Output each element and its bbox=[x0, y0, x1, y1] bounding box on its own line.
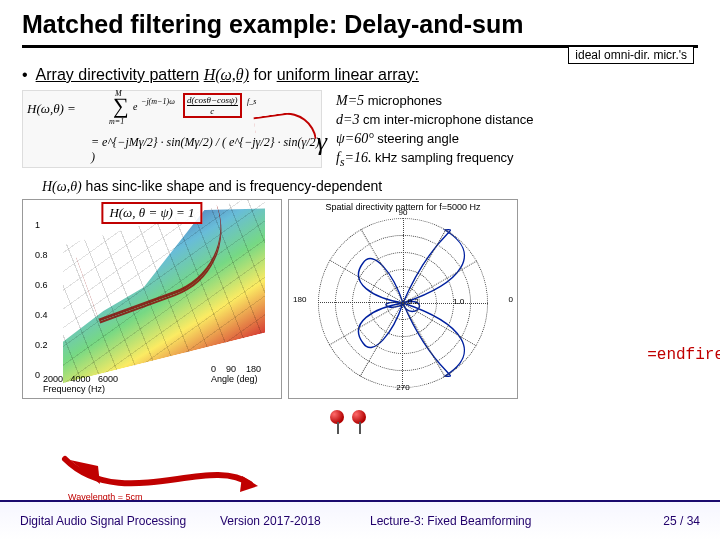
slide-title: Matched filtering example: Delay-and-sum bbox=[0, 0, 720, 43]
param-psi-val: =60° bbox=[345, 131, 374, 146]
param-d-val: =3 bbox=[343, 112, 359, 127]
formula-exp-sup-left: −j(m−1)ω bbox=[141, 97, 175, 106]
formula-exp-frac: d(cosθ−cosψ) c bbox=[183, 93, 242, 118]
ztick-1: 0.8 bbox=[35, 250, 48, 260]
ztick-4: 0.2 bbox=[35, 340, 48, 350]
content-area: • Array directivity pattern H(ω,θ) for u… bbox=[0, 48, 720, 399]
slide-footer: Digital Audio Signal Processing Version … bbox=[0, 500, 720, 540]
subline-b: has sinc-like shape and is frequency-dep… bbox=[82, 178, 382, 194]
formula-box: H(ω,θ) = ∑ M m=1 e −j(m−1)ω d(cosθ−cosψ)… bbox=[22, 90, 322, 168]
xa-1: 90 bbox=[226, 364, 236, 374]
ztick-2: 0.6 bbox=[35, 280, 48, 290]
pushpin-icon bbox=[330, 410, 346, 434]
angle-axis: 0 90 180 Angle (deg) bbox=[211, 364, 261, 384]
formula-fs: f_s bbox=[247, 97, 256, 106]
angle-axis-label: Angle (deg) bbox=[211, 374, 261, 384]
param-fs-desc: kHz sampling frequency bbox=[375, 150, 514, 165]
subline-a: H(ω,θ) bbox=[42, 179, 82, 194]
ztick-3: 0.4 bbox=[35, 310, 48, 320]
xa-2: 180 bbox=[246, 364, 261, 374]
param-M-var: M bbox=[336, 93, 348, 108]
polar-lbl-0: 0 bbox=[509, 295, 513, 304]
pushpin-icons bbox=[330, 410, 368, 434]
bullet-text: Array directivity pattern H(ω,θ) for uni… bbox=[36, 66, 419, 84]
endfire-label: =endfire bbox=[647, 346, 720, 364]
frac-num: d(cosθ−cosψ) bbox=[187, 95, 238, 105]
param-M-desc: microphones bbox=[368, 93, 442, 108]
polar-lbl-90: 90 bbox=[399, 208, 408, 217]
formula-exp-base: e bbox=[133, 101, 137, 112]
freq-axis-label: Frequency (Hz) bbox=[43, 384, 118, 394]
xf-0: 2000 bbox=[43, 374, 63, 384]
param-fs-val: =16. bbox=[344, 150, 371, 165]
charts-row: H(ω, θ = ψ) = 1 1 0.8 0.6 0.4 0.2 0 2000… bbox=[22, 199, 698, 399]
polar-lbl-270: 270 bbox=[396, 383, 409, 392]
param-M: M=5 microphones bbox=[336, 92, 698, 111]
formula-lhs: H(ω,θ) = bbox=[27, 101, 76, 117]
chart-3d-surface: H(ω, θ = ψ) = 1 1 0.8 0.6 0.4 0.2 0 2000… bbox=[22, 199, 282, 399]
bullet-prefix: Array directivity pattern bbox=[36, 66, 200, 83]
footer-page: 25 / 34 bbox=[640, 514, 700, 528]
xf-2: 6000 bbox=[98, 374, 118, 384]
pline-90 bbox=[402, 303, 403, 388]
formula-and-params: H(ω,θ) = ∑ M m=1 e −j(m−1)ω d(cosθ−cosψ)… bbox=[22, 90, 698, 170]
param-psi-desc: steering angle bbox=[377, 131, 459, 146]
footer-lecture: Lecture-3: Fixed Beamforming bbox=[370, 514, 640, 528]
omni-note-box: ideal omni-dir. micr.'s bbox=[568, 46, 694, 64]
polar-r-02: 0.2 bbox=[408, 297, 419, 306]
polar-r-10: 1.0 bbox=[453, 297, 464, 306]
param-M-val: =5 bbox=[348, 93, 364, 108]
polar-lbl-180: 180 bbox=[293, 295, 306, 304]
subline-sinc: H(ω,θ) has sinc-like shape and is freque… bbox=[42, 178, 698, 195]
sum-bot: m=1 bbox=[109, 117, 124, 126]
param-psi-var: ψ bbox=[336, 131, 345, 146]
xf-1: 4000 bbox=[71, 374, 91, 384]
footer-left: Digital Audio Signal Processing bbox=[20, 514, 220, 528]
footer-version: Version 2017-2018 bbox=[220, 514, 370, 528]
param-fs: fs=16. kHz sampling frequency bbox=[336, 149, 698, 171]
sum-top: M bbox=[115, 89, 122, 98]
z-ticks: 1 0.8 0.6 0.4 0.2 0 bbox=[35, 220, 48, 380]
bullet-directivity: • Array directivity pattern H(ω,θ) for u… bbox=[22, 66, 698, 84]
chart-polar: Spatial directivity pattern for f=5000 H… bbox=[288, 199, 518, 399]
xa-0: 0 bbox=[211, 364, 216, 374]
ztick-0: 1 bbox=[35, 220, 48, 230]
param-d-var: d bbox=[336, 112, 343, 127]
param-psi: ψ=60° steering angle bbox=[336, 130, 698, 149]
pline-270 bbox=[403, 218, 404, 303]
pushpin-icon bbox=[352, 410, 368, 434]
red-eq-box: H(ω, θ = ψ) = 1 bbox=[101, 202, 202, 224]
param-list: M=5 microphones d=3 cm inter-microphone … bbox=[336, 90, 698, 170]
param-d: d=3 cm inter-microphone distance bbox=[336, 111, 698, 130]
freq-axis: 2000 4000 6000 Frequency (Hz) bbox=[43, 374, 118, 394]
frac-den: c bbox=[187, 105, 238, 116]
bullet-suffix: uniform linear array: bbox=[277, 66, 419, 83]
slide: Matched filtering example: Delay-and-sum… bbox=[0, 0, 720, 540]
gamma-symbol: γ bbox=[317, 127, 327, 157]
param-d-desc: cm inter-microphone distance bbox=[363, 112, 534, 127]
bullet-mid: for bbox=[254, 66, 273, 83]
bullet-func: H(ω,θ) bbox=[204, 66, 249, 83]
bullet-dot-icon: • bbox=[22, 67, 28, 83]
